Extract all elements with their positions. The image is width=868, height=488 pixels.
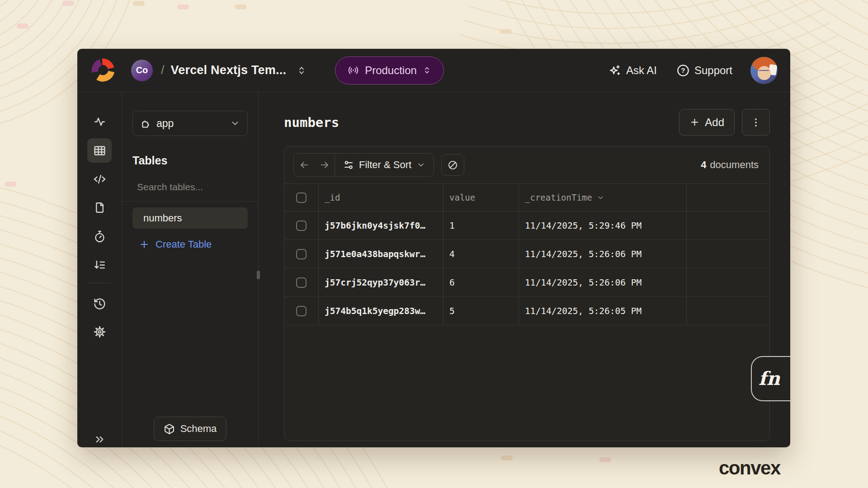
project-switcher-button[interactable] (296, 65, 307, 76)
column-header-creation-time[interactable]: _creationTime (519, 184, 687, 211)
svg-text:?: ? (681, 66, 685, 74)
broadcast-icon (347, 64, 359, 76)
component-selector[interactable]: app (132, 111, 248, 136)
table-row[interactable]: j574b5q1k5yegp283w… 5 11/14/2025, 5:26:0… (284, 297, 769, 325)
nav-health[interactable] (87, 109, 112, 134)
app-header: Co / Vercel Nextjs Tem... Production Ask… (77, 49, 790, 92)
sparkles-icon (609, 64, 621, 77)
component-icon (140, 118, 151, 129)
cell-empty (687, 211, 769, 239)
page-title: numbers (284, 115, 339, 130)
view-titlebar: numbers Add (259, 92, 790, 146)
gear-icon (93, 325, 106, 338)
row-checkbox-cell (284, 211, 319, 239)
dashboard-window: Co / Vercel Nextjs Tem... Production Ask… (77, 49, 790, 447)
tables-heading: Tables (132, 154, 248, 167)
create-table-button[interactable]: Create Table (132, 239, 248, 250)
convex-logo-icon (90, 57, 116, 83)
row-checkbox[interactable] (296, 221, 307, 231)
forward-button[interactable] (314, 154, 335, 176)
breadcrumb-separator: / (161, 63, 165, 77)
history-icon (93, 297, 106, 310)
nav-history[interactable] (87, 291, 112, 316)
table-menu-button[interactable] (742, 109, 770, 136)
cell-id[interactable]: j571e0a438bapqskwr… (319, 240, 443, 268)
nav-files[interactable] (87, 195, 112, 220)
column-header-id[interactable]: _id (319, 184, 443, 211)
deployment-label: Production (365, 64, 417, 77)
tables-panel: app Tables numbers Create Table Schema (122, 92, 259, 447)
nav-schedules[interactable] (87, 224, 112, 249)
avatar-glasses (759, 70, 769, 73)
select-all-cell (284, 184, 319, 211)
nav-settings[interactable] (87, 319, 112, 344)
app-body: app Tables numbers Create Table Schema (77, 92, 790, 447)
documents-count-value: 4 (701, 159, 706, 170)
chevrons-right-icon (94, 433, 106, 446)
select-all-checkbox[interactable] (296, 192, 307, 203)
support-label: Support (694, 64, 732, 77)
ask-ai-button[interactable]: Ask AI (609, 64, 657, 77)
add-document-button[interactable]: Add (679, 109, 735, 136)
cell-value[interactable]: 5 (443, 297, 519, 325)
nav-logs[interactable] (87, 253, 112, 277)
column-header-value[interactable]: value (443, 184, 519, 211)
row-checkbox[interactable] (296, 277, 307, 288)
cell-creation-time[interactable]: 11/14/2025, 5:26:06 PM (519, 240, 687, 268)
cell-value[interactable]: 1 (443, 211, 519, 239)
table-header-row: _id value _creationTime (284, 183, 769, 211)
arrow-left-icon (299, 160, 310, 170)
sliders-icon (343, 160, 354, 170)
filter-sort-button[interactable]: Filter & Sort (335, 159, 434, 171)
cell-id[interactable]: j57b6jkn0y4sjsk7f0… (319, 211, 443, 239)
sort-list-icon (93, 258, 106, 272)
deployment-selector[interactable]: Production (335, 56, 444, 84)
row-checkbox-cell (284, 297, 319, 325)
eye-off-icon (447, 160, 458, 171)
rail-divider (88, 283, 111, 283)
table-row[interactable]: j571e0a438bapqskwr… 4 11/14/2025, 5:26:0… (284, 240, 769, 268)
schema-button[interactable]: Schema (154, 417, 226, 441)
cell-id[interactable]: j574b5q1k5yegp283w… (319, 297, 443, 325)
create-table-label: Create Table (156, 239, 212, 250)
search-tables-input[interactable] (137, 182, 259, 192)
table-toolbar: Filter & Sort 4documents (284, 146, 769, 183)
cell-value[interactable]: 6 (443, 268, 519, 296)
back-button[interactable] (294, 154, 314, 176)
filter-sort-label: Filter & Sort (359, 159, 411, 171)
table-row[interactable]: j57b6jkn0y4sjsk7f0… 1 11/14/2025, 5:29:4… (284, 211, 769, 240)
sort-chevron-icon (597, 194, 604, 202)
plus-icon (139, 239, 150, 250)
file-icon (93, 201, 106, 214)
user-avatar[interactable] (750, 57, 778, 84)
nav-functions[interactable] (87, 167, 112, 191)
row-checkbox[interactable] (296, 249, 307, 259)
arrow-right-icon (319, 160, 330, 170)
data-table-card: Filter & Sort 4documents (284, 146, 770, 441)
cell-empty (687, 297, 769, 325)
cell-id[interactable]: j57crj52qyp37y063r… (319, 268, 443, 296)
team-avatar[interactable]: Co (131, 60, 153, 81)
cell-empty (687, 268, 769, 296)
function-runner-tab[interactable]: fn (751, 356, 790, 401)
cell-creation-time[interactable]: 11/14/2025, 5:26:06 PM (519, 268, 687, 296)
nav-data[interactable] (87, 138, 112, 163)
expand-sidebar-button[interactable] (87, 427, 112, 447)
hide-fields-button[interactable] (441, 154, 464, 176)
row-checkbox[interactable] (296, 306, 307, 316)
table-icon (93, 144, 106, 157)
nav-rail (77, 92, 122, 447)
panel-resize-handle[interactable] (257, 271, 260, 279)
chevrons-up-down-icon (422, 66, 432, 75)
support-button[interactable]: ? Support (677, 64, 732, 77)
table-row[interactable]: j57crj52qyp37y063r… 6 11/14/2025, 5:26:0… (284, 268, 769, 297)
convex-wordmark: convex (719, 457, 780, 479)
ask-ai-label: Ask AI (626, 64, 657, 77)
cell-creation-time[interactable]: 11/14/2025, 5:29:46 PM (519, 211, 687, 239)
cube-icon (164, 423, 175, 435)
plus-icon (689, 117, 700, 127)
cell-value[interactable]: 4 (443, 240, 519, 268)
cell-creation-time[interactable]: 11/14/2025, 5:26:05 PM (519, 297, 687, 325)
table-list-item-numbers[interactable]: numbers (132, 207, 248, 229)
project-name: Vercel Nextjs Tem... (171, 63, 287, 77)
